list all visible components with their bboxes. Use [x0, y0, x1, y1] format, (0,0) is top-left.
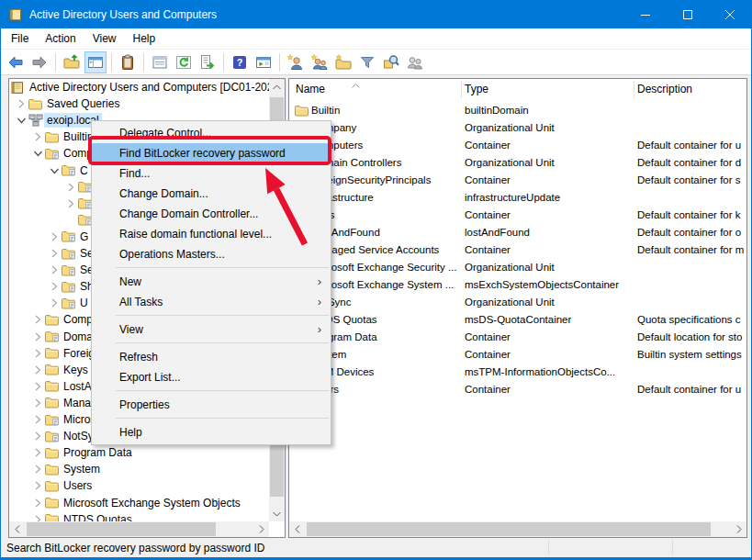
chevron-right-icon[interactable]	[30, 396, 45, 410]
new-user-button[interactable]	[285, 51, 307, 73]
chevron-right-icon[interactable]	[30, 312, 45, 327]
maximize-button[interactable]	[667, 1, 709, 28]
table-row[interactable]: NotSyncOrganizational Unit	[289, 294, 746, 311]
context-menu-item[interactable]: Help	[92, 422, 331, 442]
table-row[interactable]: Program DataContainerDefault location fo…	[289, 329, 746, 346]
clipboard-button[interactable]	[117, 51, 139, 73]
context-menu-item[interactable]: View›	[92, 319, 331, 340]
chevron-right-icon[interactable]	[63, 196, 78, 211]
console-root-icon	[11, 82, 27, 94]
chevron-down-icon[interactable]	[47, 163, 62, 178]
scroll-left-icon[interactable]	[289, 521, 305, 537]
menu-item-label: Find...	[119, 167, 150, 180]
context-menu-item[interactable]: Properties	[92, 395, 331, 415]
cell-description: Default container for m	[637, 244, 746, 255]
column-header-name[interactable]: Name	[296, 83, 325, 95]
tree-item[interactable]: Saved Queries	[9, 95, 269, 112]
up-one-level-button[interactable]	[61, 51, 83, 73]
scroll-right-icon[interactable]	[731, 521, 746, 537]
tree-item-label: G	[77, 230, 91, 244]
column-divider[interactable]	[461, 81, 462, 98]
context-menu-item[interactable]: Refresh	[92, 347, 331, 367]
new-ou-button[interactable]	[332, 51, 354, 73]
find-objects-button[interactable]	[380, 51, 402, 73]
scrollbar-thumb[interactable]	[27, 522, 216, 536]
export-list-icon	[198, 53, 217, 72]
chevron-down-icon[interactable]	[14, 113, 28, 128]
table-row[interactable]: Microsoft Exchange System ...msExchSyste…	[289, 276, 746, 294]
cell-name: NTDS Quotas	[311, 314, 459, 325]
table-row[interactable]: KeysContainerDefault container for k	[289, 207, 746, 224]
table-row[interactable]: NTDS QuotasmsDS-QuotaContainerQuota spec…	[289, 311, 746, 329]
column-divider[interactable]	[634, 81, 634, 98]
table-row[interactable]: UsersContainerDefault container for u	[289, 381, 746, 398]
chevron-right-icon[interactable]	[47, 296, 62, 310]
menu-action[interactable]: Action	[37, 29, 84, 48]
context-menu-item[interactable]: All Tasks›	[92, 292, 331, 312]
menu-file[interactable]: File	[3, 29, 37, 48]
refresh-button[interactable]	[173, 51, 195, 73]
chevron-right-icon[interactable]	[47, 230, 62, 244]
menu-item-label: Refresh	[119, 351, 158, 364]
forward-button[interactable]	[28, 51, 51, 73]
chevron-right-icon[interactable]	[47, 279, 62, 294]
minimize-button[interactable]	[624, 1, 667, 28]
table-row[interactable]: TPM DevicesmsTPM-InformationObjectsCo...	[289, 364, 746, 381]
tree-item[interactable]: Active Directory Users and Computers [DC…	[9, 79, 269, 95]
back-button[interactable]	[5, 51, 27, 73]
scroll-up-icon[interactable]	[269, 79, 285, 95]
tree-horizontal-scrollbar[interactable]	[9, 521, 269, 537]
close-button[interactable]	[709, 1, 751, 28]
scrollbar-thumb[interactable]	[307, 522, 711, 536]
chevron-right-icon[interactable]	[30, 379, 45, 394]
chevron-right-icon[interactable]	[30, 412, 45, 427]
table-row[interactable]: SystemContainerBuiltin system settings	[289, 346, 746, 364]
tree-item[interactable]: Users	[9, 477, 269, 494]
table-row[interactable]: Domain ControllersOrganizational UnitDef…	[289, 154, 746, 172]
chevron-right-icon[interactable]	[30, 496, 45, 510]
show-window-button[interactable]	[253, 51, 275, 73]
table-row[interactable]: Microsoft Exchange Security ...Organizat…	[289, 259, 746, 276]
tree-item[interactable]: Microsoft Exchange System Objects	[9, 495, 269, 511]
chevron-right-icon[interactable]	[14, 96, 28, 111]
chevron-right-icon[interactable]	[30, 129, 45, 144]
show-console-tree-button[interactable]	[84, 51, 107, 73]
chevron-right-icon[interactable]	[30, 363, 45, 377]
context-menu-item[interactable]: Export List...	[92, 367, 331, 387]
tree-item[interactable]: System	[9, 461, 269, 477]
chevron-right-icon[interactable]	[47, 246, 62, 261]
context-menu-item[interactable]: New›	[92, 272, 331, 292]
cell-name: NotSync	[311, 297, 459, 308]
scroll-left-icon[interactable]	[9, 521, 25, 537]
filter-button[interactable]	[356, 51, 378, 73]
scroll-right-icon[interactable]	[253, 521, 269, 537]
chevron-right-icon[interactable]	[47, 263, 62, 277]
export-list-button[interactable]	[196, 51, 219, 73]
table-row[interactable]: InfrastructureinfrastructureUpdate	[289, 189, 746, 207]
column-header-type[interactable]: Type	[465, 83, 488, 95]
chevron-down-icon[interactable]	[30, 146, 45, 161]
chevron-right-icon[interactable]	[30, 445, 45, 460]
table-row[interactable]: ComputersContainerDefault container for …	[289, 137, 746, 154]
tree-item[interactable]: Program Data	[9, 444, 269, 461]
chevron-right-icon[interactable]	[30, 462, 45, 476]
chevron-right-icon[interactable]	[63, 180, 78, 195]
properties-window-button[interactable]	[149, 51, 171, 73]
chevron-right-icon[interactable]	[30, 429, 45, 443]
set-permissions-button[interactable]	[404, 51, 426, 73]
table-row[interactable]: Managed Service AccountsContainerDefault…	[289, 241, 746, 259]
new-group-button[interactable]	[309, 51, 331, 73]
table-row[interactable]: LostAndFoundlostAndFoundDefault containe…	[289, 224, 746, 241]
table-row[interactable]: CompanyOrganizational Unit	[289, 119, 746, 137]
menu-view[interactable]: View	[84, 29, 125, 48]
menu-help[interactable]: Help	[125, 29, 164, 48]
column-header-description[interactable]: Description	[637, 83, 692, 95]
chevron-right-icon[interactable]	[30, 478, 45, 493]
help-button[interactable]: ?	[229, 51, 251, 73]
scroll-down-icon[interactable]	[269, 506, 285, 521]
table-row[interactable]: BuiltinbuiltinDomain	[289, 102, 746, 119]
list-horizontal-scrollbar[interactable]	[289, 521, 746, 537]
chevron-right-icon[interactable]	[30, 330, 45, 344]
table-row[interactable]: ForeignSecurityPrincipalsContainerDefaul…	[289, 172, 746, 189]
chevron-right-icon[interactable]	[30, 346, 45, 361]
